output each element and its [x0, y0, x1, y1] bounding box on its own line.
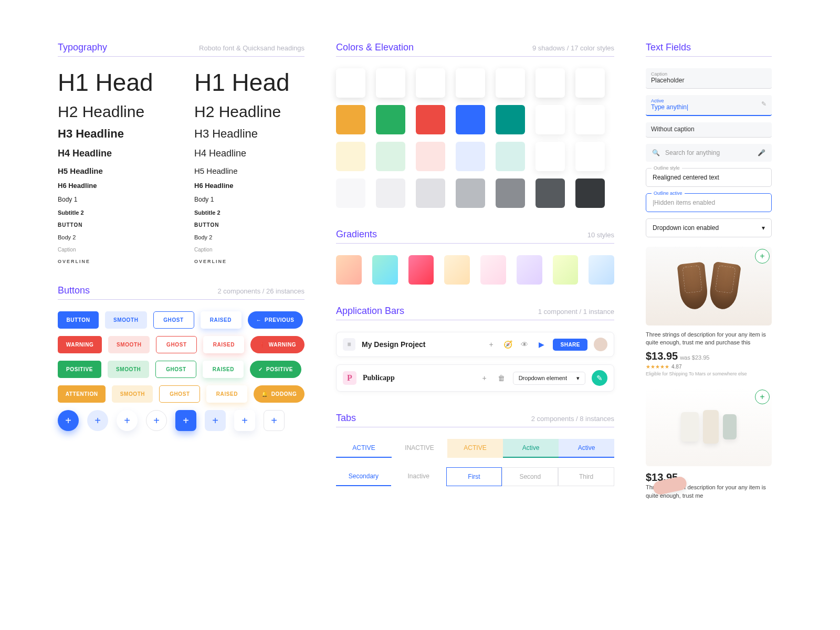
button-ghost-green[interactable]: GHOST	[155, 361, 196, 378]
edit-fab[interactable]: ✎	[592, 370, 607, 386]
button-raised[interactable]: RAISED	[201, 311, 242, 329]
tab-inactive2[interactable]: Inactive	[391, 467, 446, 486]
edit-icon[interactable]: ✎	[761, 100, 766, 108]
product-price: $13.95	[646, 350, 678, 362]
tab-first[interactable]: First	[446, 467, 502, 486]
tab-active[interactable]: ACTIVE	[336, 439, 392, 458]
fab-add-soft[interactable]: +	[87, 410, 108, 431]
trash-icon[interactable]: 🗑	[496, 373, 507, 383]
tab-active-teal[interactable]: Active	[503, 439, 559, 458]
chevron-down-icon: ▾	[576, 375, 580, 382]
tab-active-blue[interactable]: Active	[559, 439, 614, 458]
fab-sq-outline[interactable]: +	[264, 410, 285, 431]
typography-col-bold: H1 Head H2 Headline H3 Headline H4 Headl…	[58, 68, 168, 264]
fab-add-white[interactable]: +	[117, 410, 138, 431]
colors-subtitle: 9 shadows / 17 color styles	[532, 44, 614, 52]
compass-icon[interactable]: 🧭	[502, 339, 513, 350]
outline-field-active[interactable]: Outline active |Hidden items enabled	[646, 193, 772, 212]
button-smooth-green[interactable]: SMOOTH	[108, 361, 150, 378]
color-swatch	[376, 68, 405, 98]
button-ghost[interactable]: GHOST	[153, 311, 194, 329]
color-swatch	[496, 68, 525, 98]
tab-active-amber[interactable]: ACTIVE	[447, 439, 503, 458]
product-image	[646, 247, 772, 326]
color-swatch	[496, 105, 525, 134]
button-dodong[interactable]: 🔔DODONG	[254, 385, 304, 403]
add-product-button[interactable]: +	[755, 249, 770, 264]
outline-field[interactable]: Outline style Realigned centered text	[646, 168, 772, 187]
tab-second[interactable]: Second	[502, 467, 558, 486]
button-warning-pill[interactable]: ❗WARNING	[250, 336, 304, 353]
text-field-placeholder[interactable]: Caption Placeholder	[646, 68, 772, 89]
search-icon: 🔍	[652, 149, 660, 156]
fab-add-outline[interactable]: +	[146, 410, 167, 431]
gradient-swatch	[408, 255, 434, 285]
alert-icon: ❗	[259, 342, 266, 348]
shadow-swatches	[336, 68, 614, 98]
fab-add-blue[interactable]: +	[58, 410, 79, 431]
color-swatch	[336, 142, 365, 171]
button-smooth[interactable]: SMOOTH	[105, 311, 147, 329]
button-positive-pill[interactable]: ✓POSITIVE	[250, 361, 301, 378]
text-field-nocaption[interactable]: Without caption	[646, 122, 772, 138]
share-button[interactable]: SHARE	[553, 339, 587, 351]
gradient-swatch	[553, 255, 579, 285]
tabs-title: Tabs	[336, 413, 356, 424]
search-field[interactable]: 🔍 Search for anything 🎤	[646, 144, 772, 162]
chevron-down-icon: ▾	[762, 224, 765, 232]
play-icon[interactable]: ▶	[536, 339, 547, 350]
fab-sq-blue[interactable]: +	[175, 410, 196, 431]
menu-icon[interactable]: ≡	[343, 338, 355, 351]
add-icon[interactable]: +	[479, 373, 490, 383]
appbar2-title: Publicapp	[363, 374, 473, 382]
tab-third[interactable]: Third	[558, 467, 614, 486]
button-raised-green[interactable]: RAISED	[203, 361, 244, 378]
color-swatch	[536, 142, 565, 171]
dropdown[interactable]: Dropdown element▾	[513, 372, 585, 385]
button-positive[interactable]: POSITIVE	[58, 361, 101, 378]
dropdown-field[interactable]: Dropdown icon enabled ▾	[646, 218, 772, 237]
gradient-swatches	[336, 255, 614, 285]
typography-header: Typography Roboto font & Quicksand headi…	[58, 42, 304, 57]
add-icon[interactable]: +	[486, 339, 496, 350]
colors-title: Colors & Elevation	[336, 42, 414, 53]
color-swatch	[336, 178, 365, 208]
color-swatch	[416, 68, 445, 98]
color-swatch	[536, 68, 565, 98]
arrow-left-icon: ←	[256, 317, 262, 323]
button-primary[interactable]: BUTTON	[58, 311, 99, 329]
appbar-title: My Design Project	[362, 340, 479, 349]
button-raised-amber[interactable]: RAISED	[206, 385, 247, 403]
mic-icon[interactable]: 🎤	[758, 149, 765, 156]
button-smooth-red[interactable]: SMOOTH	[108, 336, 150, 353]
color-swatch	[575, 142, 605, 171]
button-raised-red[interactable]: RAISED	[203, 336, 244, 353]
bell-icon: 🔔	[261, 391, 268, 397]
app-logo: P	[343, 371, 356, 385]
avatar[interactable]	[594, 338, 607, 351]
tabs-subtitle: 2 components / 8 instances	[531, 415, 614, 423]
gradients-title: Gradients	[336, 229, 377, 240]
textfields-title: Text Fields	[646, 42, 691, 53]
fab-sq-white[interactable]: +	[234, 410, 255, 431]
color-swatch	[336, 105, 365, 134]
button-smooth-amber[interactable]: SMOOTH	[112, 385, 153, 403]
button-previous[interactable]: ←PREVIOUS	[248, 311, 303, 329]
button-attention[interactable]: ATTENTION	[58, 385, 106, 403]
color-swatch	[496, 142, 525, 171]
button-ghost-red[interactable]: GHOST	[156, 336, 197, 353]
textfields-header: Text Fields	[646, 42, 772, 57]
eye-icon[interactable]: 👁	[519, 339, 530, 350]
tab-secondary[interactable]: Secondary	[336, 467, 391, 486]
product-card-2: + $13.95 Three strings of description fo…	[646, 387, 772, 500]
color-swatch	[456, 178, 485, 208]
fab-sq-soft[interactable]: +	[205, 410, 226, 431]
appbar-1: ≡ My Design Project + 🧭 👁 ▶ SHARE	[336, 332, 614, 357]
text-field-active[interactable]: Active Type anythin| ✎	[646, 95, 772, 116]
gradient-swatch	[517, 255, 542, 285]
button-warning[interactable]: WARNING	[58, 336, 102, 353]
color-swatch	[456, 68, 485, 98]
button-ghost-amber[interactable]: GHOST	[159, 385, 200, 403]
tab-inactive[interactable]: INACTIVE	[392, 439, 447, 458]
buttons-subtitle: 2 components / 26 instances	[218, 287, 305, 295]
